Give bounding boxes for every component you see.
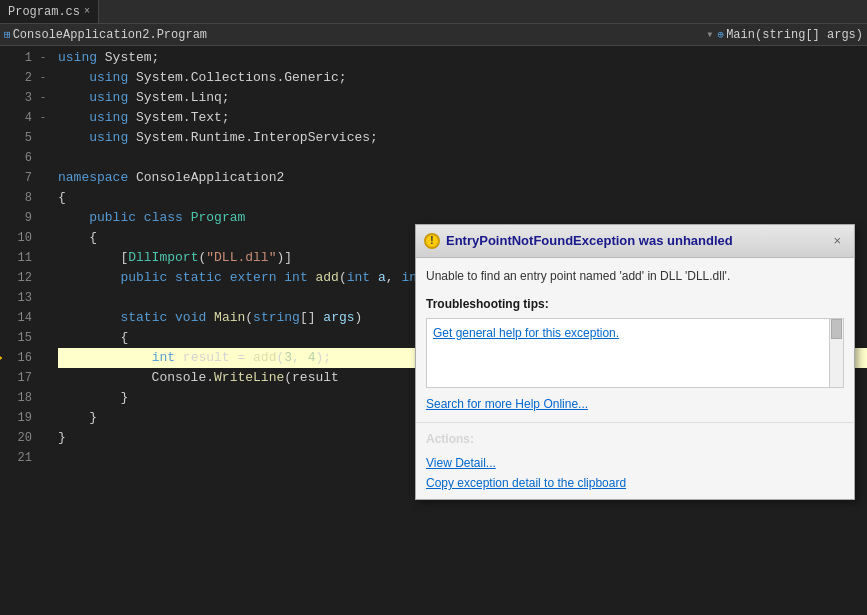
code-line-1: using System; — [58, 48, 867, 68]
tab-bar: Program.cs × — [0, 0, 867, 24]
error-message: Unable to find an entry point named 'add… — [426, 266, 844, 286]
class-icon: ⊞ — [4, 28, 11, 41]
method-icon: ⊕ — [718, 28, 725, 41]
code-line-3: using System.Linq; — [58, 88, 867, 108]
error-popup-close-button[interactable]: × — [828, 232, 846, 250]
troubleshooting-tips-box: Get general help for this exception. — [426, 318, 844, 388]
scrollbar-thumb — [831, 319, 842, 339]
code-line-6 — [58, 148, 867, 168]
error-popup-header: ! EntryPointNotFoundException was unhand… — [416, 225, 854, 258]
error-popup-actions: Actions: View Detail... Copy exception d… — [416, 423, 854, 499]
actions-title: Actions: — [426, 429, 844, 449]
svg-marker-0 — [0, 351, 2, 365]
code-line-7: namespace ConsoleApplication2 — [58, 168, 867, 188]
code-line-4: using System.Text; — [58, 108, 867, 128]
code-line-2: using System.Collections.Generic; — [58, 68, 867, 88]
tab-close-button[interactable]: × — [84, 6, 90, 17]
debug-arrow-icon — [0, 351, 6, 365]
error-popup: ! EntryPointNotFoundException was unhand… — [415, 224, 855, 500]
search-online-link[interactable]: Search for more Help Online... — [426, 394, 844, 414]
nav-separator: ▾ — [702, 27, 717, 42]
view-detail-link[interactable]: View Detail... — [426, 456, 496, 470]
general-help-link[interactable]: Get general help for this exception. — [433, 326, 619, 340]
collapse-indicators: - - - - — [40, 46, 54, 615]
copy-exception-link[interactable]: Copy exception detail to the clipboard — [426, 476, 626, 490]
code-editor: 1 2 3 4 5 6 7 8 9 10 11 12 13 14 15 16 — [0, 46, 867, 615]
tips-scrollbar[interactable] — [829, 319, 843, 387]
nav-class-path: ConsoleApplication2.Program — [13, 28, 703, 42]
error-popup-title: EntryPointNotFoundException was unhandle… — [446, 231, 822, 251]
troubleshooting-title: Troubleshooting tips: — [426, 294, 844, 314]
line-numbers: 1 2 3 4 5 6 7 8 9 10 11 12 13 14 15 16 — [0, 46, 40, 615]
code-line-8: { — [58, 188, 867, 208]
nav-method: Main(string[] args) — [726, 28, 863, 42]
tab-label: Program.cs — [8, 5, 80, 19]
warning-icon: ! — [424, 233, 440, 249]
code-line-5: using System.Runtime.InteropServices; — [58, 128, 867, 148]
navigation-bar: ⊞ ConsoleApplication2.Program ▾ ⊕ Main(s… — [0, 24, 867, 46]
program-cs-tab[interactable]: Program.cs × — [0, 0, 99, 23]
error-popup-body: Unable to find an entry point named 'add… — [416, 258, 854, 423]
